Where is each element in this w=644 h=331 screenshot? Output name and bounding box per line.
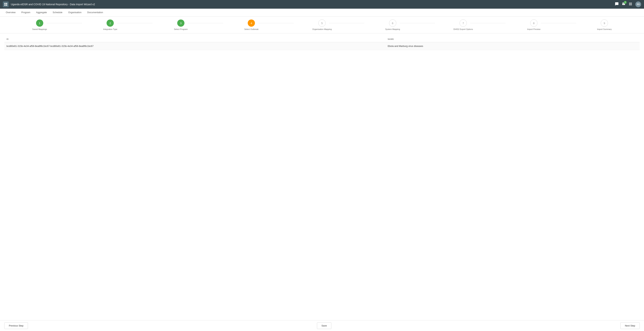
step-circle-3: 3: [177, 20, 184, 27]
next-step-button[interactable]: Next Step: [620, 322, 640, 329]
step-label-1: Saved Mappings: [32, 28, 47, 30]
step-4[interactable]: 4Select Outbreak: [216, 20, 287, 30]
nav-documentation[interactable]: Documentation: [84, 9, 106, 16]
step-label-8: Import Preview: [527, 28, 540, 30]
stepper: 1Saved Mappings2Integration Type3Select …: [0, 16, 644, 33]
top-header: Uganda eIDSR and COVID 19 National Repos…: [0, 0, 644, 9]
step-label-5: Organisation Mapping: [312, 28, 332, 30]
step-circle-6: 6: [389, 20, 396, 27]
col-header-name: NAME: [386, 36, 640, 42]
step-circle-7: 7: [460, 20, 467, 27]
step-circle-5: 5: [318, 20, 326, 27]
step-label-7: DHIS2 Export Options: [454, 28, 473, 30]
cell-id: bcd80e81-315b-4e34-af58-8ea8f8c1bc67-bcd…: [4, 42, 386, 50]
save-button[interactable]: Save: [317, 322, 332, 329]
svg-rect-1: [6, 3, 7, 4]
step-circle-4: 4: [248, 20, 255, 27]
chat-icon[interactable]: [615, 2, 619, 7]
svg-rect-2: [4, 4, 6, 6]
step-label-3: Select Program: [174, 28, 188, 30]
step-3[interactable]: 3Select Program: [146, 20, 216, 30]
step-label-2: Integration Type: [103, 28, 117, 30]
step-6[interactable]: 6System Mapping: [357, 20, 428, 30]
step-1[interactable]: 1Saved Mappings: [4, 20, 75, 30]
previous-step-button[interactable]: Previous Step: [4, 322, 28, 329]
step-label-4: Select Outbreak: [244, 28, 258, 30]
main-content: ID NAME bcd80e81-315b-4e34-af58-8ea8f8c1…: [0, 33, 644, 320]
step-circle-8: 8: [530, 20, 538, 27]
header-left: Uganda eIDSR and COVID 19 National Repos…: [3, 2, 95, 7]
svg-rect-0: [4, 3, 6, 4]
cell-name: Ebola and Marburg virus diseases: [386, 42, 640, 50]
step-9[interactable]: 9Import Summary: [569, 20, 640, 30]
step-label-9: Import Summary: [597, 28, 612, 30]
app-logo: [3, 2, 9, 7]
apps-icon[interactable]: [628, 2, 632, 7]
notification-badge: 2: [624, 1, 627, 4]
step-circle-2: 2: [106, 20, 114, 27]
notifications-icon[interactable]: 2: [622, 2, 626, 7]
svg-rect-3: [6, 4, 7, 6]
step-circle-9: 9: [601, 20, 608, 27]
nav-organisation[interactable]: Organisation: [65, 9, 84, 16]
table-row[interactable]: bcd80e81-315b-4e34-af58-8ea8f8c1bc67-bcd…: [4, 42, 640, 50]
step-label-6: System Mapping: [385, 28, 400, 30]
nav-overview[interactable]: Overview: [3, 9, 18, 16]
step-5[interactable]: 5Organisation Mapping: [287, 20, 357, 30]
nav-program[interactable]: Program: [18, 9, 33, 16]
user-avatar[interactable]: SS: [635, 2, 641, 7]
footer: Previous Step Save Next Step: [0, 320, 644, 331]
outbreak-table: ID NAME bcd80e81-315b-4e34-af58-8ea8f8c1…: [4, 36, 640, 50]
step-circle-1: 1: [36, 20, 43, 27]
step-7[interactable]: 7DHIS2 Export Options: [428, 20, 498, 30]
app-title: Uganda eIDSR and COVID 19 National Repos…: [11, 3, 95, 6]
nav-bar: Overview Program Aggregate Schedule Orga…: [0, 9, 644, 16]
step-8[interactable]: 8Import Preview: [498, 20, 569, 30]
step-2[interactable]: 2Integration Type: [75, 20, 146, 30]
table-container: ID NAME bcd80e81-315b-4e34-af58-8ea8f8c1…: [0, 33, 644, 53]
header-right: 2 SS: [615, 2, 641, 7]
nav-schedule[interactable]: Schedule: [50, 9, 65, 16]
col-header-id: ID: [4, 36, 386, 42]
nav-aggregate[interactable]: Aggregate: [33, 9, 50, 16]
